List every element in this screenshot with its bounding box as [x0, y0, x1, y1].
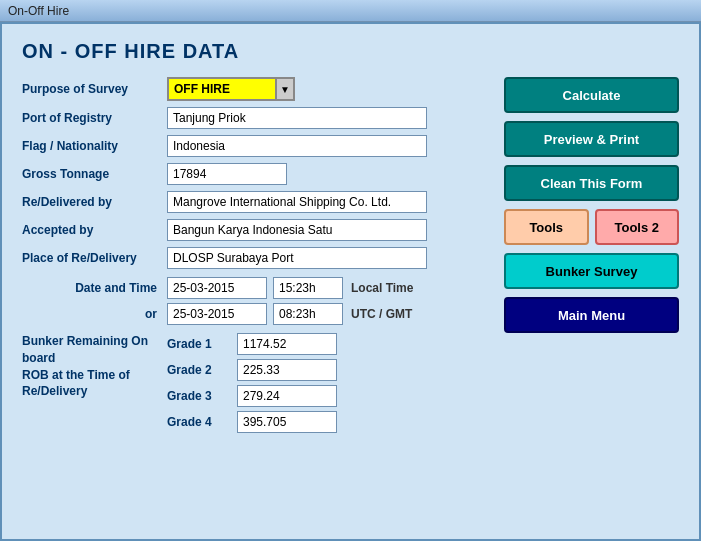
or-label: or: [22, 307, 167, 321]
tonnage-label: Gross Tonnage: [22, 167, 167, 181]
date1-input[interactable]: [167, 277, 267, 299]
dropdown-arrow-icon[interactable]: ▼: [277, 77, 295, 101]
grade4-label: Grade 4: [167, 415, 237, 429]
tools2-button[interactable]: Tools 2: [595, 209, 680, 245]
bunker-header-line1: Bunker Remaining On board: [22, 333, 167, 367]
redelivered-label: Re/Delivered by: [22, 195, 167, 209]
accepted-input[interactable]: [167, 219, 427, 241]
flag-label: Flag / Nationality: [22, 139, 167, 153]
grade3-label: Grade 3: [167, 389, 237, 403]
main-menu-button[interactable]: Main Menu: [504, 297, 679, 333]
date2-input[interactable]: [167, 303, 267, 325]
time2-input[interactable]: [273, 303, 343, 325]
calculate-button[interactable]: Calculate: [504, 77, 679, 113]
grade3-input[interactable]: [237, 385, 337, 407]
datetime-label: Date and Time: [22, 281, 167, 295]
tools-button[interactable]: Tools: [504, 209, 589, 245]
grade2-label: Grade 2: [167, 363, 237, 377]
place-input[interactable]: [167, 247, 427, 269]
port-label: Port of Registry: [22, 111, 167, 125]
bunker-header-line2: ROB at the Time of Re/Delivery: [22, 367, 167, 401]
grade1-label: Grade 1: [167, 337, 237, 351]
title-bar-label: On-Off Hire: [8, 4, 69, 18]
accepted-label: Accepted by: [22, 223, 167, 237]
preview-button[interactable]: Preview & Print: [504, 121, 679, 157]
purpose-label: Purpose of Survey: [22, 82, 167, 96]
page-title: ON - OFF HIRE DATA: [22, 40, 679, 63]
clean-button[interactable]: Clean This Form: [504, 165, 679, 201]
port-input[interactable]: [167, 107, 427, 129]
redelivered-input[interactable]: [167, 191, 427, 213]
timezone2-label: UTC / GMT: [351, 307, 412, 321]
time1-input[interactable]: [273, 277, 343, 299]
grade1-input[interactable]: [237, 333, 337, 355]
flag-input[interactable]: [167, 135, 427, 157]
bunker-survey-button[interactable]: Bunker Survey: [504, 253, 679, 289]
timezone1-label: Local Time: [351, 281, 413, 295]
purpose-dropdown[interactable]: OFF HIRE: [167, 77, 277, 101]
grade4-input[interactable]: [237, 411, 337, 433]
grade2-input[interactable]: [237, 359, 337, 381]
place-label: Place of Re/Delivery: [22, 251, 167, 265]
tonnage-input[interactable]: [167, 163, 287, 185]
